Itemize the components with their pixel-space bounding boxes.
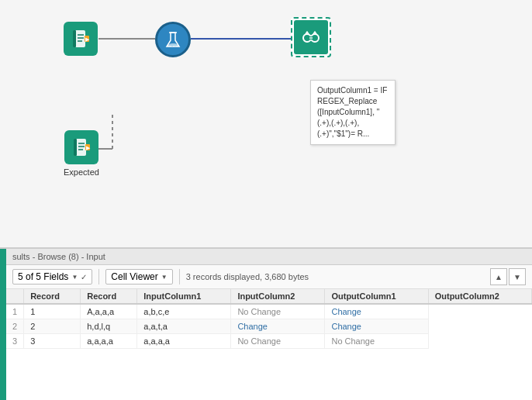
panel-header-text: sults - Browse (8) - Input xyxy=(12,252,105,261)
bottom-panel: sults - Browse (8) - Input 5 of 5 Fields… xyxy=(0,248,532,400)
fields-dropdown-arrow: ▼ xyxy=(71,274,78,281)
table-row: 2 2 h,d,l,q a,a,t,a Change Change xyxy=(6,319,532,334)
input-node-icon: ▶ xyxy=(64,22,98,56)
binoculars-icon xyxy=(300,26,322,48)
cell-viewer-button[interactable]: Cell Viewer ▼ xyxy=(105,269,172,284)
table-body: 1 1 A,a,a,a a,b,c,e No Change Change 2 2… xyxy=(6,304,532,349)
svg-rect-5 xyxy=(73,30,76,47)
row-input1: a,a,a,a xyxy=(81,334,137,349)
flask-icon xyxy=(163,29,183,50)
browse-node-border xyxy=(291,17,331,57)
expected-book-icon: ▶ xyxy=(71,136,92,158)
formula-text: OutputColumn1 = IF REGEX_Replace ([Input… xyxy=(317,86,387,138)
browse-node[interactable] xyxy=(291,17,331,57)
row-num: 1 xyxy=(6,304,24,319)
table-row: 3 3 a,a,a,a a,a,a,a No Change No Change xyxy=(6,334,532,349)
col-header-record2[interactable]: Record xyxy=(81,289,137,304)
row-output2: Change xyxy=(325,319,428,334)
row-input1: h,d,l,q xyxy=(81,319,137,334)
side-tab xyxy=(0,249,6,400)
row-record: 3 xyxy=(24,334,81,349)
row-record: 1 xyxy=(24,304,81,319)
row-output2: No Change xyxy=(325,334,428,349)
row-input2: a,a,t,a xyxy=(137,319,231,334)
sort-down-button[interactable]: ▼ xyxy=(509,268,526,285)
checkmark-icon: ✓ xyxy=(81,273,87,281)
expected-label: Expected xyxy=(64,167,99,177)
row-record: 2 xyxy=(24,319,81,334)
row-input2: a,b,c,e xyxy=(137,304,231,319)
fields-label: 5 of 5 Fields xyxy=(18,271,68,282)
row-num: 2 xyxy=(6,319,24,334)
cell-viewer-arrow: ▼ xyxy=(161,274,168,281)
row-output2: Change xyxy=(325,304,428,319)
toolbar-separator-2 xyxy=(179,269,180,284)
table-row: 1 1 A,a,a,a a,b,c,e No Change Change xyxy=(6,304,532,319)
lab-node-icon xyxy=(155,22,191,57)
sort-buttons: ▲ ▼ xyxy=(490,268,526,285)
col-header-outputcol2[interactable]: OutputColumn2 xyxy=(428,289,531,304)
col-header-outputcol1[interactable]: OutputColumn1 xyxy=(325,289,428,304)
row-output1: No Change xyxy=(231,334,325,349)
formula-tooltip: OutputColumn1 = IF REGEX_Replace ([Input… xyxy=(310,80,396,145)
expected-node-icon: ▶ xyxy=(64,130,98,164)
input-node[interactable]: ▶ xyxy=(64,22,98,56)
lab-node[interactable]: OutputColumn1 = IF REGEX_Replace ([Input… xyxy=(155,22,191,57)
svg-point-12 xyxy=(174,44,177,47)
svg-rect-19 xyxy=(74,139,77,156)
cell-viewer-label: Cell Viewer xyxy=(111,271,157,282)
panel-toolbar: 5 of 5 Fields ▼ ✓ Cell Viewer ▼ 3 record… xyxy=(0,265,532,289)
data-table: Record Record InputColumn1 InputColumn2 … xyxy=(6,289,532,349)
col-header-inputcol1[interactable]: InputColumn1 xyxy=(137,289,231,304)
row-input1: A,a,a,a xyxy=(81,304,137,319)
col-header-record1[interactable]: Record xyxy=(24,289,81,304)
row-output1: Change xyxy=(231,319,325,334)
canvas: ▶ OutputColumn1 = IF REGEX_Replace ([Inp… xyxy=(0,0,532,248)
book-icon: ▶ xyxy=(70,28,92,50)
data-table-container[interactable]: Record Record InputColumn1 InputColumn2 … xyxy=(0,289,532,398)
svg-point-13 xyxy=(171,45,173,47)
col-header-empty xyxy=(6,289,24,304)
sort-up-button[interactable]: ▲ xyxy=(490,268,507,285)
expected-node[interactable]: ▶ Expected xyxy=(64,130,99,177)
row-input2: a,a,a,a xyxy=(137,334,231,349)
fields-selector[interactable]: 5 of 5 Fields ▼ ✓ xyxy=(12,269,92,284)
col-header-inputcol2[interactable]: InputColumn2 xyxy=(231,289,325,304)
panel-header: sults - Browse (8) - Input xyxy=(0,249,532,265)
table-header: Record Record InputColumn1 InputColumn2 … xyxy=(6,289,532,304)
browse-node-icon xyxy=(294,20,328,54)
toolbar-separator-1 xyxy=(98,269,99,284)
row-output1: No Change xyxy=(231,304,325,319)
row-num: 3 xyxy=(6,334,24,349)
records-info: 3 records displayed, 3,680 bytes xyxy=(186,272,484,281)
